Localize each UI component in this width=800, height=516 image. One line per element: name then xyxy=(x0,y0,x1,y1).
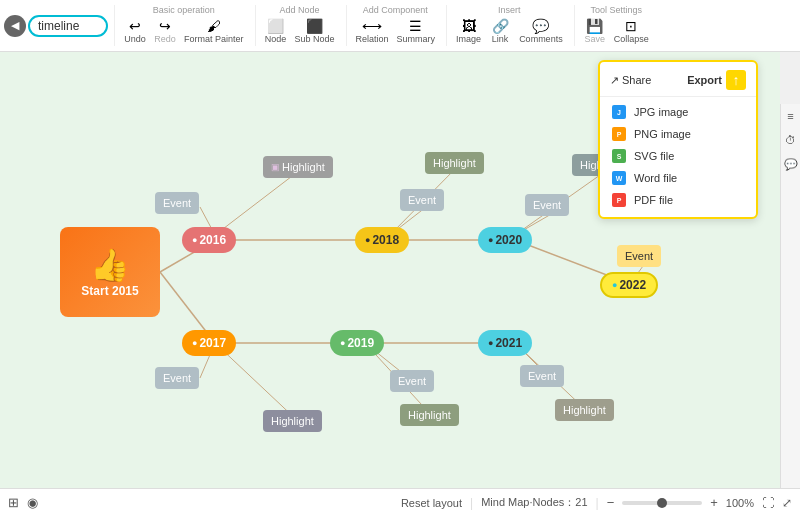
year-node-2022[interactable]: ● 2022 xyxy=(600,272,658,298)
zoom-percentage: 100% xyxy=(726,497,754,509)
event-node-2021[interactable]: Event xyxy=(520,365,564,387)
toolbar-group-add-component: Add Component ⟷Relation ☰Summary xyxy=(346,5,445,46)
year-2019-label: 2019 xyxy=(347,336,374,350)
dot-2019: ● xyxy=(340,338,345,348)
relation-button[interactable]: ⟷Relation xyxy=(353,17,392,46)
highlight-node-upper-1[interactable]: ▣Highlight xyxy=(263,156,333,178)
event-node-2016[interactable]: Event xyxy=(155,192,199,214)
outline-icon[interactable]: ≡ xyxy=(783,108,799,124)
upload-arrow-icon[interactable]: ↑ xyxy=(726,70,746,90)
year-2017-label: 2017 xyxy=(199,336,226,350)
dot-2021: ● xyxy=(488,338,493,348)
fullscreen-button[interactable]: ⛶ xyxy=(762,496,774,510)
toolbar-group-tool-settings: Tool Settings 💾Save ⊡Collapse xyxy=(574,5,658,46)
toolbar-group-add-node: Add Node ⬜Node ⬛Sub Node xyxy=(255,5,344,46)
separator-2: | xyxy=(596,496,599,510)
image-button[interactable]: 🖼Image xyxy=(453,17,484,46)
toolbar: ◀ Basic operation ↩Undo ↪Redo 🖌Format Pa… xyxy=(0,0,800,52)
event-node-2022[interactable]: Event xyxy=(617,245,661,267)
highlight-node-lower-1[interactable]: Highlight xyxy=(263,410,322,432)
png-icon: P xyxy=(612,127,626,141)
expand-button[interactable]: ⤢ xyxy=(782,496,792,510)
start-node[interactable]: 👍 Start 2015 xyxy=(60,227,160,317)
redo-button[interactable]: ↪Redo xyxy=(151,17,179,46)
year-node-2018[interactable]: ● 2018 xyxy=(355,227,409,253)
undo-button[interactable]: ↩Undo xyxy=(121,17,149,46)
export-button[interactable]: Export xyxy=(687,74,722,86)
highlight-node-lower-3[interactable]: Highlight xyxy=(555,399,614,421)
export-word-item[interactable]: W Word file xyxy=(600,167,756,189)
main-area: 👍 Start 2015 ● 2016 ● 2017 ● 2018 ● 2019… xyxy=(0,52,800,516)
event-node-2020[interactable]: Event xyxy=(525,194,569,216)
plus-zoom-button[interactable]: + xyxy=(710,495,718,510)
summary-button[interactable]: ☰Summary xyxy=(394,17,439,46)
export-svg-item[interactable]: S SVG file xyxy=(600,145,756,167)
save-button[interactable]: 💾Save xyxy=(581,17,609,46)
year-2018-label: 2018 xyxy=(372,233,399,247)
export-pdf-item[interactable]: P PDF file xyxy=(600,189,756,211)
thumbs-up-icon: 👍 xyxy=(90,246,130,284)
export-dropdown: ↗ Share Export ↑ J JPG image P PNG image xyxy=(598,60,758,219)
year-2022-label: 2022 xyxy=(619,278,646,292)
share-icon: ↗ xyxy=(610,74,619,87)
png-label: PNG image xyxy=(634,128,691,140)
year-2020-label: 2020 xyxy=(495,233,522,247)
zoom-fit-icon[interactable]: ◉ xyxy=(27,495,38,510)
mind-map-nodes-label: Mind Map·Nodes：21 xyxy=(481,495,587,510)
year-2021-label: 2021 xyxy=(495,336,522,350)
feedback-icon[interactable]: 💬 xyxy=(783,156,799,172)
jpg-label: JPG image xyxy=(634,106,688,118)
comments-button[interactable]: 💬Comments xyxy=(516,17,566,46)
dot-2022: ● xyxy=(612,280,617,290)
event-node-2019[interactable]: Event xyxy=(390,370,434,392)
year-2016-label: 2016 xyxy=(199,233,226,247)
sub-node-button[interactable]: ⬛Sub Node xyxy=(292,17,338,46)
year-node-2021[interactable]: ● 2021 xyxy=(478,330,532,356)
group-label-tool-settings: Tool Settings xyxy=(590,5,642,15)
event-node-2017[interactable]: Event xyxy=(155,367,199,389)
jpg-icon: J xyxy=(612,105,626,119)
export-header: ↗ Share Export ↑ xyxy=(600,68,756,97)
group-label-add-component: Add Component xyxy=(363,5,428,15)
collapse-button[interactable]: ⊡Collapse xyxy=(611,17,652,46)
year-node-2017[interactable]: ● 2017 xyxy=(182,330,236,356)
group-label-add-node: Add Node xyxy=(280,5,320,15)
event-node-2018[interactable]: Event xyxy=(400,189,444,211)
year-node-2016[interactable]: ● 2016 xyxy=(182,227,236,253)
dot-2018: ● xyxy=(365,235,370,245)
reset-layout-button[interactable]: Reset layout xyxy=(401,497,462,509)
link-button[interactable]: 🔗Link xyxy=(486,17,514,46)
svg-line-8 xyxy=(215,170,300,235)
history-icon[interactable]: ⏱ xyxy=(783,132,799,148)
share-label: Share xyxy=(622,74,651,86)
minus-zoom-button[interactable]: − xyxy=(607,495,615,510)
right-sidebar: ≡ ⏱ 💬 xyxy=(780,104,800,516)
node-button[interactable]: ⬜Node xyxy=(262,17,290,46)
grid-icon[interactable]: ⊞ xyxy=(8,495,19,510)
highlight-node-lower-2[interactable]: Highlight xyxy=(400,404,459,426)
tool-settings-buttons: 💾Save ⊡Collapse xyxy=(581,17,652,46)
toolbar-group-insert: Insert 🖼Image 🔗Link 💬Comments xyxy=(446,5,572,46)
year-node-2019[interactable]: ● 2019 xyxy=(330,330,384,356)
toolbar-group-basic: Basic operation ↩Undo ↪Redo 🖌Format Pain… xyxy=(114,5,253,46)
highlight-node-upper-2[interactable]: Highlight xyxy=(425,152,484,174)
group-label-insert: Insert xyxy=(498,5,521,15)
word-label: Word file xyxy=(634,172,677,184)
pdf-icon: P xyxy=(612,193,626,207)
canvas-area[interactable]: 👍 Start 2015 ● 2016 ● 2017 ● 2018 ● 2019… xyxy=(0,52,780,516)
export-png-item[interactable]: P PNG image xyxy=(600,123,756,145)
zoom-slider[interactable] xyxy=(622,501,702,505)
svg-icon: S xyxy=(612,149,626,163)
document-title-input[interactable] xyxy=(28,15,108,37)
dot-2016: ● xyxy=(192,235,197,245)
dot-2020: ● xyxy=(488,235,493,245)
add-node-buttons: ⬜Node ⬛Sub Node xyxy=(262,17,338,46)
year-node-2020[interactable]: ● 2020 xyxy=(478,227,532,253)
add-component-buttons: ⟷Relation ☰Summary xyxy=(353,17,439,46)
share-button[interactable]: ↗ Share xyxy=(610,74,651,87)
bottom-bar: ⊞ ◉ Reset layout | Mind Map·Nodes：21 | −… xyxy=(0,488,800,516)
export-jpg-item[interactable]: J JPG image xyxy=(600,101,756,123)
format-painter-button[interactable]: 🖌Format Painter xyxy=(181,17,247,46)
zoom-thumb[interactable] xyxy=(657,498,667,508)
back-button[interactable]: ◀ xyxy=(4,15,26,37)
